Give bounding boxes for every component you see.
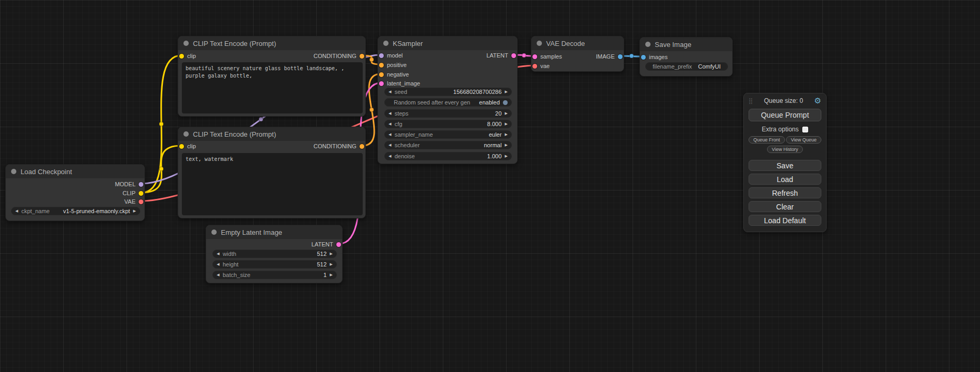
decrement-arrow-icon[interactable]: ◀ [217,250,219,257]
increment-arrow-icon[interactable]: ▶ [330,271,333,279]
widget-random-seed-toggle[interactable]: Random seed after every gen enabled [384,98,512,107]
node-ksampler[interactable]: KSampler model positive negative latent_… [377,36,518,164]
input-slot-dot[interactable] [179,144,184,149]
widget-cfg[interactable]: ◀ cfg 8.000 ▶ [384,120,512,128]
widget-filename-prefix[interactable]: filename_prefix ComfyUI [645,62,728,71]
widget-scheduler[interactable]: ◀ scheduler normal ▶ [384,141,512,149]
input-slot-dot[interactable] [379,81,384,86]
decrement-arrow-icon[interactable]: ◀ [389,120,391,128]
input-slot-dot[interactable] [532,64,537,69]
decrement-arrow-icon[interactable]: ◀ [389,141,391,149]
node-title-bar[interactable]: CLIP Text Encode (Prompt) [178,127,365,141]
node-clip-text-encode-negative[interactable]: CLIP Text Encode (Prompt) clip CONDITION… [178,127,366,218]
collapse-dot-icon[interactable] [183,131,189,137]
widget-batch-size[interactable]: ◀ batch_size 1 ▶ [212,271,337,279]
input-slot-dot[interactable] [379,72,384,77]
decrement-arrow-icon[interactable]: ◀ [217,271,219,279]
node-load-checkpoint[interactable]: Load Checkpoint MODEL CLIP VAE ◀ ckpt_na… [5,164,145,221]
prompt-textarea[interactable]: beautiful scenery nature glass bottle la… [182,62,363,113]
input-slot-clip[interactable]: clip [179,53,196,59]
increment-arrow-icon[interactable]: ▶ [505,141,508,149]
decrement-arrow-icon[interactable]: ◀ [389,88,391,96]
widget-steps[interactable]: ◀ steps 20 ▶ [384,109,512,118]
drag-handle-icon[interactable]: ⣿ [749,98,753,104]
collapse-dot-icon[interactable] [645,42,651,47]
toggle-dot-icon[interactable] [503,100,508,105]
collapse-dot-icon[interactable] [211,230,217,235]
queue-front-button[interactable]: Queue Front [749,136,785,144]
input-slot-dot[interactable] [379,53,384,58]
node-vae-decode[interactable]: VAE Decode samples vae IMAGE [531,36,624,72]
widget-seed[interactable]: ◀ seed 156680208700286 ▶ [384,88,512,96]
collapse-dot-icon[interactable] [537,41,542,46]
input-slot-model[interactable]: model [379,52,403,59]
decrement-arrow-icon[interactable]: ◀ [15,207,18,215]
queue-prompt-button[interactable]: Queue Prompt [749,109,821,121]
input-slot-samples[interactable]: samples [532,53,562,60]
input-slot-clip[interactable]: clip [179,143,196,149]
output-slot-dot[interactable] [360,54,364,59]
input-slot-images[interactable]: images [641,54,667,60]
increment-arrow-icon[interactable]: ▶ [505,88,508,96]
increment-arrow-icon[interactable]: ▶ [330,261,333,268]
decrement-arrow-icon[interactable]: ◀ [389,110,391,117]
input-slot-dot[interactable] [641,55,646,60]
extra-options-checkbox[interactable] [802,127,808,132]
input-slot-negative[interactable]: negative [379,71,409,78]
output-slot-dot[interactable] [139,182,143,187]
input-slot-dot[interactable] [379,63,384,68]
node-title-bar[interactable]: CLIP Text Encode (Prompt) [178,36,365,50]
output-slot-clip[interactable]: CLIP [123,190,143,196]
refresh-button[interactable]: Refresh [749,187,821,198]
increment-arrow-icon[interactable]: ▶ [505,152,508,160]
widget-sampler-name[interactable]: ◀ sampler_name euler ▶ [384,130,512,139]
output-slot-latent[interactable]: LATENT [312,241,341,247]
widget-height[interactable]: ◀ height 512 ▶ [212,260,337,269]
decrement-arrow-icon[interactable]: ◀ [389,152,391,160]
output-slot-conditioning[interactable]: CONDITIONING [314,143,364,149]
node-title-bar[interactable]: Empty Latent Image [206,225,342,239]
increment-arrow-icon[interactable]: ▶ [133,207,136,215]
output-slot-dot[interactable] [360,144,364,149]
input-slot-dot[interactable] [179,54,184,59]
widget-denoise[interactable]: ◀ denoise 1.000 ▶ [384,152,512,160]
node-title-bar[interactable]: VAE Decode [531,36,624,50]
clear-button[interactable]: Clear [749,201,821,212]
input-slot-positive[interactable]: positive [379,62,406,68]
output-slot-dot[interactable] [511,53,516,58]
input-slot-dot[interactable] [532,54,537,59]
node-title-bar[interactable]: Load Checkpoint [6,165,144,178]
decrement-arrow-icon[interactable]: ◀ [389,131,391,138]
increment-arrow-icon[interactable]: ▶ [505,120,508,128]
output-slot-dot[interactable] [139,191,143,196]
node-title-bar[interactable]: Save Image [640,37,732,51]
collapse-dot-icon[interactable] [183,41,189,46]
collapse-dot-icon[interactable] [11,169,16,174]
increment-arrow-icon[interactable]: ▶ [505,131,508,138]
increment-arrow-icon[interactable]: ▶ [505,110,508,117]
prompt-textarea[interactable]: text, watermark [182,153,363,215]
widget-ckpt-name[interactable]: ◀ ckpt_name v1-5-pruned-emaonly.ckpt ▶ [11,207,140,215]
input-slot-latent-image[interactable]: latent_image [379,80,420,87]
output-slot-dot[interactable] [618,54,623,59]
output-slot-dot[interactable] [139,199,143,204]
collapse-dot-icon[interactable] [383,41,389,46]
output-slot-dot[interactable] [336,242,341,247]
output-slot-latent[interactable]: LATENT [487,52,516,59]
view-queue-button[interactable]: View Queue [786,136,821,144]
view-history-button[interactable]: View History [767,146,803,153]
comfyui-node-canvas[interactable]: Load Checkpoint MODEL CLIP VAE ◀ ckpt_na… [0,0,980,372]
output-slot-image[interactable]: IMAGE [596,53,623,60]
save-button[interactable]: Save [749,160,821,171]
node-empty-latent-image[interactable]: Empty Latent Image LATENT ◀ width 512 ▶ … [206,225,343,283]
widget-width[interactable]: ◀ width 512 ▶ [212,250,337,258]
increment-arrow-icon[interactable]: ▶ [330,250,333,257]
decrement-arrow-icon[interactable]: ◀ [217,261,219,268]
load-button[interactable]: Load [749,174,821,185]
output-slot-vae[interactable]: VAE [124,198,143,205]
input-slot-vae[interactable]: vae [532,63,550,69]
load-default-button[interactable]: Load Default [749,215,821,226]
node-title-bar[interactable]: KSampler [378,36,517,50]
node-clip-text-encode-positive[interactable]: CLIP Text Encode (Prompt) clip CONDITION… [178,36,366,117]
output-slot-conditioning[interactable]: CONDITIONING [314,53,364,59]
